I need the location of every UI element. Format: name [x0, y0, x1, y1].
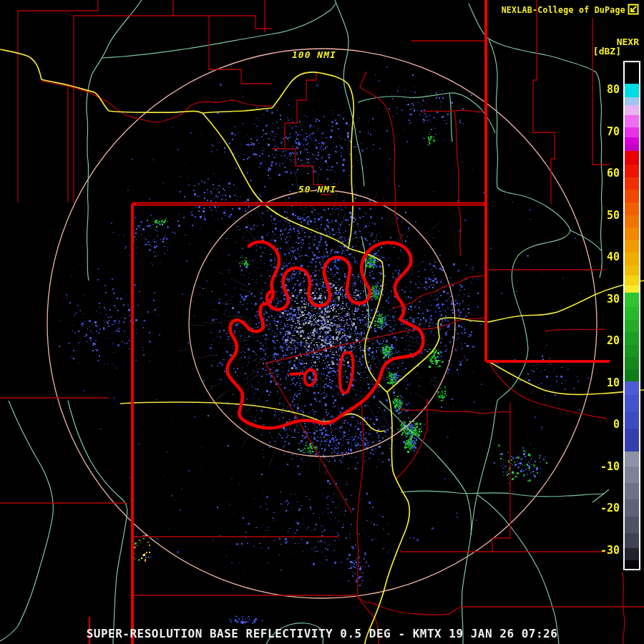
colorbar-tick: 40 [590, 250, 620, 263]
rivers [0, 0, 609, 644]
colorbar-tick: 10 [590, 376, 620, 389]
colorbar-tick: 20 [590, 334, 620, 347]
colorbar-tick: 0 [590, 418, 620, 431]
lake-pond-outline [305, 370, 316, 386]
range-ring-50nmi-label: 50 NMI [298, 184, 336, 195]
lake-island-outline [340, 352, 353, 393]
colorbar-tick: -20 [590, 502, 620, 514]
state-borders [132, 0, 610, 644]
colorbar-tick: -10 [590, 460, 620, 473]
colorbar-tick: 80 [590, 83, 620, 96]
units-label: [dBZ] [593, 46, 621, 57]
county-borders [0, 0, 644, 644]
range-ring-50nmi [189, 190, 455, 457]
range-ring-100nmi [47, 49, 597, 598]
lake-causeway-segment [291, 374, 302, 374]
product-title: SUPER-RESOLUTION BASE REFLECTIVITY 0.5 D… [0, 627, 644, 640]
range-ring-100nmi-label: 100 NMI [292, 49, 336, 60]
nexlab-logo-icon [628, 4, 639, 15]
radar-display: NEXLAB-College of DuPage NEXR [dBZ] 100 … [0, 0, 644, 644]
colorbar-tick: 60 [590, 167, 620, 180]
colorbar-tick: -30 [590, 544, 620, 557]
great-salt-lake-outline [228, 242, 424, 428]
nexlab-credit: NEXLAB-College of DuPage [502, 5, 625, 15]
range-rings [47, 49, 597, 598]
colorbar-tick: 50 [590, 209, 620, 222]
colorbar-tick: 30 [590, 293, 620, 306]
lake-outlines [228, 242, 424, 428]
map-layer [0, 0, 644, 644]
highways [0, 49, 644, 644]
colorbar-tick: 70 [590, 125, 620, 138]
reflectivity-colorbar [623, 61, 640, 570]
